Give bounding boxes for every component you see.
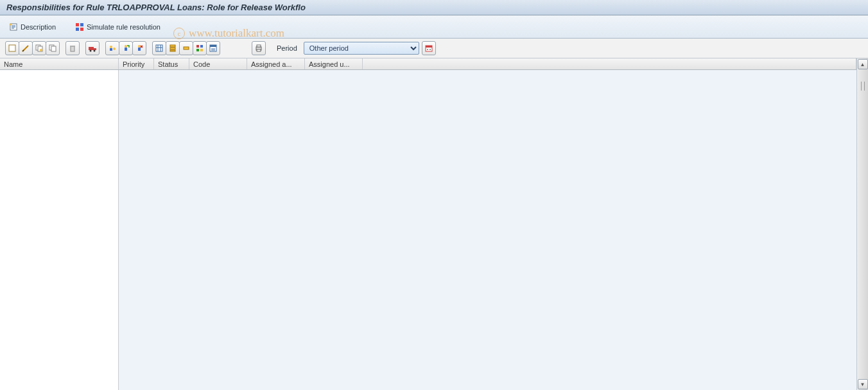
- svg-rect-29: [184, 47, 189, 49]
- columns-button[interactable]: [152, 41, 166, 55]
- delete-button[interactable]: [65, 41, 80, 55]
- create-button[interactable]: [5, 41, 19, 55]
- change-button[interactable]: [19, 41, 33, 55]
- svg-point-17: [94, 50, 96, 52]
- simulate-icon: [75, 22, 84, 31]
- period-label: Period: [277, 44, 297, 52]
- column-header-assigned-a[interactable]: Assigned a...: [247, 58, 305, 69]
- svg-rect-25: [156, 45, 162, 51]
- svg-rect-28: [170, 50, 175, 51]
- svg-rect-2: [76, 23, 79, 26]
- svg-rect-14: [89, 47, 94, 50]
- description-icon: [9, 22, 18, 31]
- print-button[interactable]: [252, 41, 266, 55]
- svg-rect-12: [71, 46, 74, 51]
- svg-point-23: [138, 45, 141, 48]
- collapse-all-button[interactable]: [179, 41, 193, 55]
- svg-rect-5: [80, 28, 83, 31]
- transport-button[interactable]: [85, 41, 100, 55]
- column-header-priority[interactable]: Priority: [119, 58, 154, 69]
- vertical-scrollbar[interactable]: ▲ ▼: [856, 58, 868, 390]
- assignment-button[interactable]: [119, 41, 133, 55]
- svg-point-9: [40, 49, 42, 51]
- title-bar: Responsibilities for Rule TRLOAPPROVAL L…: [0, 0, 868, 15]
- scroll-up-button[interactable]: ▲: [858, 59, 868, 69]
- refresh-button[interactable]: [206, 41, 220, 55]
- svg-rect-26: [170, 45, 175, 47]
- svg-rect-11: [51, 46, 56, 51]
- column-header-assigned-u[interactable]: Assigned u...: [305, 58, 363, 69]
- legend-button[interactable]: [193, 41, 207, 55]
- tree-data-area[interactable]: [119, 70, 856, 390]
- period-select[interactable]: Other period: [304, 42, 419, 55]
- column-header-code[interactable]: Code: [189, 58, 247, 69]
- svg-rect-30: [196, 45, 199, 48]
- svg-rect-38: [257, 49, 261, 51]
- scroll-down-button[interactable]: ▼: [858, 379, 868, 389]
- tree-body: [0, 70, 856, 390]
- svg-point-1: [10, 23, 12, 25]
- svg-point-16: [90, 50, 92, 52]
- svg-rect-40: [426, 46, 432, 48]
- svg-rect-15: [94, 48, 96, 50]
- svg-rect-31: [200, 45, 203, 48]
- copy-button[interactable]: [32, 41, 46, 55]
- delimit-button[interactable]: [46, 41, 60, 55]
- display-agent-button[interactable]: [105, 41, 119, 55]
- grid-area: Name Priority Status Code Assigned a... …: [0, 58, 856, 390]
- column-header-status[interactable]: Status: [154, 58, 189, 69]
- svg-rect-13: [70, 46, 75, 47]
- tree-name-column[interactable]: [0, 70, 119, 390]
- svg-rect-35: [210, 45, 216, 47]
- svg-rect-33: [200, 49, 203, 51]
- column-header-rest: [363, 58, 856, 69]
- toolbar: Period Other period: [0, 39, 868, 58]
- svg-rect-19: [110, 48, 112, 51]
- svg-point-18: [110, 46, 112, 48]
- svg-rect-32: [196, 49, 199, 51]
- description-button[interactable]: Description: [5, 21, 60, 33]
- description-label: Description: [21, 23, 56, 31]
- main-area: Name Priority Status Code Assigned a... …: [0, 58, 868, 390]
- delete-assign-button[interactable]: [132, 41, 146, 55]
- svg-rect-6: [9, 45, 15, 51]
- svg-rect-24: [138, 48, 141, 51]
- simulate-label: Simulate rule resolution: [87, 23, 161, 31]
- action-bar: Description Simulate rule resolution: [0, 15, 868, 39]
- expand-all-button[interactable]: [166, 41, 180, 55]
- column-headers: Name Priority Status Code Assigned a... …: [0, 58, 856, 70]
- svg-rect-37: [257, 45, 261, 47]
- scroll-drag-handle[interactable]: [861, 82, 865, 91]
- page-title: Responsibilities for Rule TRLOAPPROVAL L…: [6, 3, 306, 12]
- svg-rect-4: [76, 28, 79, 31]
- svg-point-21: [125, 45, 127, 48]
- svg-rect-22: [125, 48, 127, 51]
- svg-rect-3: [80, 23, 83, 26]
- simulate-button[interactable]: Simulate rule resolution: [71, 21, 164, 33]
- column-header-name[interactable]: Name: [0, 58, 119, 69]
- date-picker-button[interactable]: [422, 41, 436, 55]
- svg-point-20: [113, 48, 116, 50]
- svg-rect-27: [170, 48, 175, 49]
